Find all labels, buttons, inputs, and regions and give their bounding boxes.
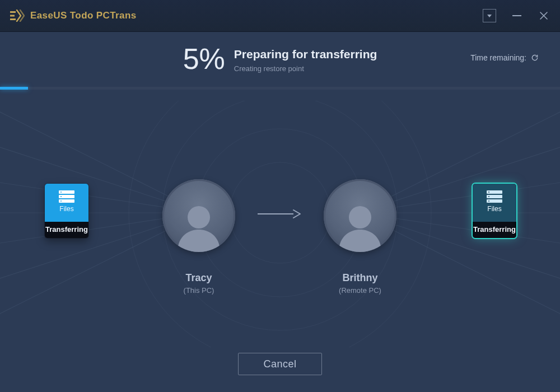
- close-button[interactable]: [538, 10, 550, 22]
- title-bar-left: EaseUS Todo PCTrans: [10, 10, 137, 22]
- cancel-button[interactable]: Cancel: [238, 353, 322, 375]
- source-tile-status: Transferring: [45, 222, 88, 238]
- title-bar: EaseUS Todo PCTrans: [0, 0, 560, 32]
- svg-point-21: [60, 192, 62, 193]
- svg-point-30: [188, 206, 210, 228]
- progress-title: Preparing for transferring: [234, 48, 377, 61]
- window-controls: [483, 9, 550, 22]
- transfer-stage: Files Transferring Files Transferring: [0, 101, 560, 347]
- source-avatar: [162, 179, 235, 252]
- files-icon: [57, 189, 76, 204]
- source-pc: Tracy (This PC): [162, 179, 235, 295]
- target-tile-label: Files: [473, 204, 516, 217]
- target-pc: Brithny (Remote PC): [324, 179, 396, 295]
- target-avatar: [324, 179, 396, 252]
- target-pc-role: (Remote PC): [324, 286, 396, 295]
- source-files-tile[interactable]: Files Transferring: [45, 184, 88, 238]
- app-title: EaseUS Todo PCTrans: [30, 10, 137, 21]
- svg-point-29: [488, 200, 489, 202]
- person-silhouette-icon: [332, 196, 388, 252]
- progress-percent: 5%: [183, 44, 225, 73]
- target-files-tile[interactable]: Files Transferring: [473, 184, 516, 238]
- source-pc-role: (This PC): [162, 286, 235, 295]
- svg-point-27: [488, 192, 489, 193]
- target-pc-name: Brithny: [324, 272, 396, 284]
- person-silhouette-icon: [171, 196, 227, 252]
- files-icon: [485, 189, 504, 204]
- progress-bar-track: [0, 87, 560, 90]
- svg-point-23: [60, 200, 62, 202]
- svg-point-32: [349, 206, 371, 228]
- dropdown-button[interactable]: [483, 9, 496, 22]
- footer-actions: Cancel: [0, 353, 560, 375]
- time-remaining-label: Time remaining:: [470, 53, 526, 62]
- svg-point-28: [488, 196, 489, 197]
- minimize-button[interactable]: [511, 10, 523, 22]
- progress-subtitle: Creating restore point: [234, 64, 377, 73]
- minimize-icon: [512, 15, 521, 16]
- svg-point-22: [60, 196, 62, 197]
- transfer-arrow-icon: [256, 208, 301, 220]
- dropdown-arrow-icon: [487, 15, 492, 17]
- progress-header: 5% Preparing for transferring Creating r…: [0, 44, 560, 73]
- progress-bar-fill: [0, 87, 28, 90]
- app-logo-icon: [10, 10, 25, 22]
- refresh-icon: [531, 54, 539, 62]
- target-tile-status: Transferring: [473, 222, 516, 238]
- source-pc-name: Tracy: [162, 272, 235, 284]
- close-icon: [539, 11, 548, 20]
- time-remaining: Time remaining:: [470, 53, 539, 62]
- source-tile-label: Files: [45, 204, 88, 217]
